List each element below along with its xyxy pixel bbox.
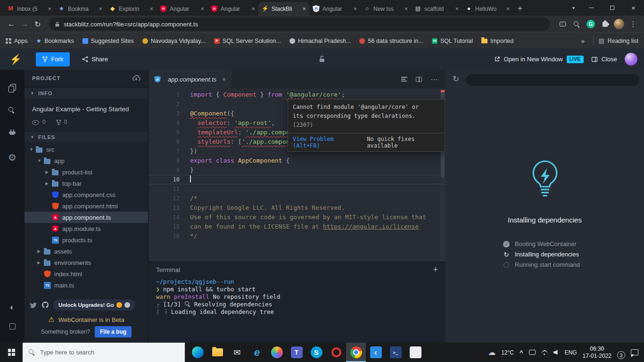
- tab-close-icon[interactable]: ×: [404, 5, 408, 12]
- view-problem-link[interactable]: View Problem (Alt+F8): [293, 136, 356, 149]
- code-line[interactable]: 13Copyright Google LLC. All Rights Reser…: [149, 203, 446, 213]
- code-line[interactable]: 10: [149, 175, 446, 184]
- code-editor[interactable]: 1import { Component } from '@angular/cor…: [149, 89, 446, 262]
- network-icon[interactable]: [541, 350, 548, 355]
- bookmarks-overflow-icon[interactable]: »: [578, 37, 589, 45]
- bookmark-item[interactable]: WSQL Tutorial: [432, 38, 473, 44]
- browser-tab[interactable]: ○New Iss×: [360, 2, 411, 16]
- bookmark-item[interactable]: Himachal Pradesh...: [289, 38, 351, 44]
- bookmark-item[interactable]: Apps: [6, 38, 28, 44]
- twitter-icon[interactable]: [29, 302, 37, 308]
- preview-refresh-icon[interactable]: ↻: [453, 74, 459, 84]
- tab-close-icon[interactable]: ×: [353, 5, 357, 12]
- bookmark-item[interactable]: Suggested Sites: [83, 38, 134, 44]
- taskbar-search[interactable]: Type here to search: [23, 343, 185, 362]
- bookmark-item[interactable]: 56 data structure in...: [359, 38, 423, 44]
- terminal-output[interactable]: ~/projects/qgjseb--run❯ npm install && t…: [149, 277, 446, 317]
- taskbar-app-chrome[interactable]: [346, 343, 366, 362]
- browser-tab[interactable]: ◆Explorin×: [106, 2, 157, 16]
- stackblitz-logo-icon[interactable]: ⚡: [9, 54, 22, 65]
- install-app-icon[interactable]: [556, 18, 569, 30]
- fork-button[interactable]: Fork: [36, 52, 70, 66]
- share-button[interactable]: Share: [82, 56, 108, 63]
- close-tab-icon[interactable]: ×: [222, 76, 226, 83]
- tree-file-row[interactable]: Aapp.component.ts: [25, 212, 148, 223]
- tree-folder-row[interactable]: ▶product-list: [25, 166, 148, 178]
- format-code-icon[interactable]: [401, 77, 407, 82]
- user-avatar[interactable]: [625, 53, 637, 66]
- info-section-header[interactable]: ▼ INFO: [25, 87, 148, 99]
- browser-tab[interactable]: AAngular×: [207, 2, 258, 16]
- address-bar[interactable]: stackblitz.com/run?file=src/app/app.comp…: [49, 17, 550, 31]
- zoom-icon[interactable]: [570, 18, 583, 30]
- taskbar-app-paint[interactable]: [405, 343, 425, 362]
- download-project-icon[interactable]: [132, 75, 140, 82]
- editor-more-icon[interactable]: ⋯: [430, 75, 438, 84]
- open-in-new-window-button[interactable]: Open in New Window LIVE: [494, 56, 584, 63]
- browser-tab[interactable]: ▤scaffold×: [411, 2, 462, 16]
- files-section-header[interactable]: ▼ FILES: [25, 131, 148, 143]
- tab-close-icon[interactable]: ×: [506, 5, 510, 12]
- reload-button[interactable]: ↻: [31, 17, 44, 31]
- settings-gear-icon[interactable]: ⚙: [8, 152, 17, 163]
- start-button[interactable]: [0, 343, 23, 362]
- taskbar-app-photos[interactable]: [267, 343, 287, 362]
- file-a-bug-button[interactable]: File a bug: [95, 326, 132, 337]
- search-icon[interactable]: [8, 107, 16, 115]
- taskbar-app-teams[interactable]: T: [287, 343, 306, 362]
- bookmark-item[interactable]: ★Bookmarks: [36, 38, 74, 44]
- reading-list-button[interactable]: ▤ Reading list: [598, 37, 638, 44]
- code-line[interactable]: 9}: [149, 165, 446, 175]
- code-line[interactable]: 1import { Component } from '@angular/cor…: [149, 90, 446, 99]
- taskbar-app-edge[interactable]: [188, 343, 207, 362]
- browser-menu-icon[interactable]: ⋮: [627, 18, 639, 30]
- preview-address-bar[interactable]: [466, 74, 639, 86]
- browser-tab[interactable]: ●HelloWo×: [462, 2, 513, 16]
- window-maximize-button[interactable]: [602, 0, 623, 16]
- grammarly-extension-icon[interactable]: G: [585, 18, 597, 30]
- window-minimize-button[interactable]: [580, 0, 602, 16]
- code-line[interactable]: 11: [149, 184, 446, 194]
- tree-file-row[interactable]: app.component.css: [25, 189, 148, 200]
- taskbar-app-file-explorer[interactable]: [207, 343, 227, 362]
- forward-button[interactable]: →: [18, 17, 31, 31]
- project-files-icon[interactable]: [8, 84, 16, 92]
- tab-close-icon[interactable]: ×: [302, 5, 306, 12]
- chevron-down-icon[interactable]: ▼: [37, 158, 44, 163]
- tab-close-icon[interactable]: ×: [251, 5, 255, 12]
- github-icon[interactable]: [41, 301, 49, 309]
- browser-tab[interactable]: ★Bookma×: [55, 2, 106, 16]
- chevron-right-icon[interactable]: ▶: [45, 181, 52, 186]
- tree-folder-row[interactable]: ▶assets: [25, 246, 148, 257]
- chevron-right-icon[interactable]: ▶: [37, 260, 44, 265]
- bookmark-item[interactable]: Imported: [481, 38, 513, 44]
- tree-file-row[interactable]: Aapp.module.ts: [25, 223, 148, 234]
- tree-file-row[interactable]: index.html: [25, 268, 148, 280]
- tree-folder-row[interactable]: ▼src: [25, 144, 148, 155]
- chevron-right-icon[interactable]: ▶: [45, 170, 52, 174]
- layout-icon[interactable]: [9, 323, 16, 329]
- volume-icon[interactable]: [553, 350, 559, 355]
- ports-icon[interactable]: [9, 130, 16, 137]
- tree-file-row[interactable]: TSproducts.ts: [25, 234, 148, 246]
- chevron-right-icon[interactable]: ▶: [37, 249, 44, 254]
- tab-close-icon[interactable]: ×: [48, 5, 51, 12]
- tab-close-icon[interactable]: ×: [149, 5, 153, 12]
- split-editor-icon[interactable]: [416, 77, 422, 82]
- site-security-lock-icon[interactable]: [55, 21, 60, 27]
- tree-file-row[interactable]: TSmain.ts: [25, 280, 148, 291]
- taskbar-app-mail[interactable]: ✉: [227, 343, 247, 362]
- unlock-upgrades-button[interactable]: Unlock Upgrades! Go: [53, 299, 135, 311]
- tab-close-icon[interactable]: ×: [99, 5, 102, 12]
- language-label[interactable]: ENG: [565, 349, 577, 356]
- taskbar-app-opera[interactable]: [326, 343, 346, 362]
- tree-folder-row[interactable]: ▶environments: [25, 257, 148, 268]
- tree-file-row[interactable]: app.component.html: [25, 200, 148, 212]
- extensions-puzzle-icon[interactable]: [599, 18, 611, 30]
- code-line[interactable]: 15can be found in the LICENSE file at ht…: [149, 222, 446, 231]
- taskbar-app-edge-legacy[interactable]: e: [247, 343, 267, 362]
- taskbar-app-vscode[interactable]: ‹: [366, 343, 386, 362]
- browser-tab[interactable]: AAngular×: [309, 2, 360, 16]
- code-line[interactable]: 16*/: [149, 231, 446, 241]
- tab-search-icon[interactable]: ▾: [567, 5, 580, 10]
